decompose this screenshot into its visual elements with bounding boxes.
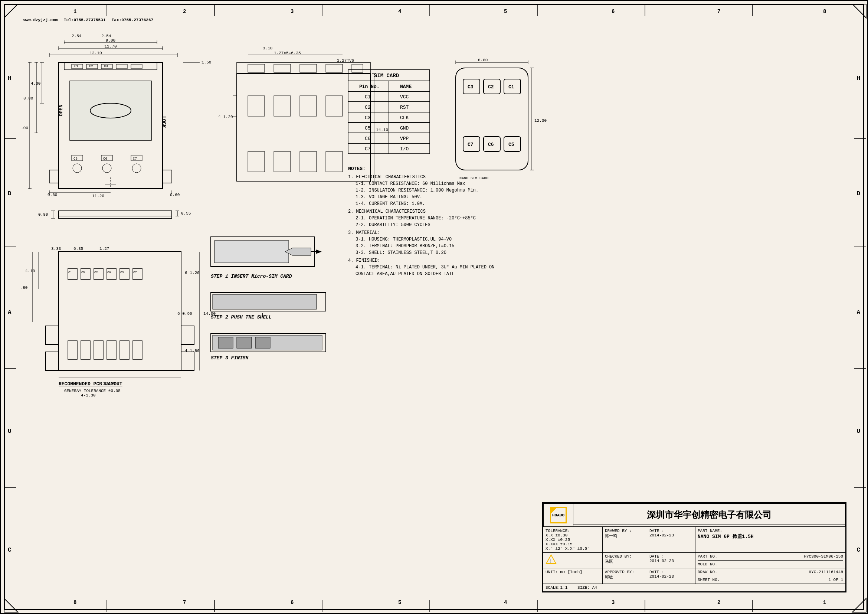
grid-col-b2: 7 — [183, 600, 186, 605]
date3-label: DATE : — [649, 570, 693, 574]
svg-text:6-0.90: 6-0.90 — [177, 312, 192, 316]
unit-label: UNIT: mm [Inch] — [546, 570, 600, 574]
svg-text:2.54: 2.54 — [71, 34, 82, 38]
svg-rect-87 — [59, 211, 172, 218]
svg-text:CONTACT AREA,AU PLATED ON SOLD: CONTACT AREA,AU PLATED ON SOLDER TAIL — [355, 271, 454, 276]
drawed-by-cell: DRAWED BY : 陈一鸣 — [603, 527, 647, 553]
svg-text:1.27: 1.27 — [99, 247, 109, 251]
title-block: HOAUO 深圳市华宇创精密电子有限公司 TOLERANCE: X.X ±0.3… — [542, 502, 846, 592]
svg-rect-116 — [94, 341, 103, 359]
grid-col-b4: 5 — [398, 600, 401, 605]
svg-text:0.55: 0.55 — [181, 211, 191, 216]
svg-rect-141 — [212, 295, 316, 309]
svg-text:C3: C3 — [468, 84, 474, 90]
svg-rect-69 — [274, 96, 291, 116]
svg-text:NOTES:: NOTES: — [348, 166, 366, 172]
approved-by-value: 邱敏 — [605, 574, 645, 580]
grid-col-5: 5 — [504, 9, 507, 14]
svg-text:NAME: NAME — [400, 84, 412, 90]
svg-text:NANO SIM CARD: NANO SIM CARD — [459, 176, 488, 180]
svg-rect-64 — [274, 64, 291, 72]
svg-text:RST: RST — [400, 105, 409, 110]
svg-text:VPP: VPP — [400, 136, 409, 141]
svg-rect-88 — [59, 211, 172, 216]
part-name-label: PART NAME: — [698, 529, 843, 533]
svg-rect-169 — [389, 122, 430, 133]
svg-text:STEP 3  FINISH: STEP 3 FINISH — [211, 355, 249, 361]
svg-text:C6: C6 — [103, 157, 107, 161]
svg-text:8.80: 8.80 — [22, 285, 28, 290]
tolerance-xx: X.X ±0.30 — [546, 533, 600, 538]
svg-text:C5: C5 — [81, 271, 85, 274]
svg-text:3-2.  TERMINAL: PHOSPHOR BRONZ: 3-2. TERMINAL: PHOSPHOR BRONZE,T=0.15 — [355, 243, 454, 249]
grid-row-U-left: U — [8, 428, 11, 435]
svg-text:C1: C1 — [508, 84, 515, 90]
svg-text:C7: C7 — [468, 142, 474, 147]
svg-text:2-2.  DURABILITY: 5000 CYCLES: 2-2. DURABILITY: 5000 CYCLES — [355, 222, 431, 228]
svg-text:4.10: 4.10 — [25, 269, 35, 273]
svg-text:SIM CARD: SIM CARD — [374, 73, 399, 79]
svg-text:OPEN: OPEN — [58, 105, 64, 116]
svg-text:1-2.  INSULATION RESISTANCE: 1: 1-2. INSULATION RESISTANCE: 1,000 Megohm… — [355, 188, 478, 193]
date1-label: DATE : — [649, 529, 693, 533]
part-no-cell: PART NO. HYC300-SIM06-150 MOLD NO. — [696, 553, 846, 568]
approved-by-cell: APPROVED BY: 邱敏 — [603, 568, 647, 584]
svg-text:C2: C2 — [488, 84, 494, 90]
svg-text:1.27x5=6.35: 1.27x5=6.35 — [274, 51, 301, 55]
svg-text:VCC: VCC — [400, 94, 409, 100]
part-name-cell: PART NAME: NANO SIM 6P 掀盖1.5H — [696, 527, 846, 553]
svg-rect-98 — [46, 326, 59, 344]
date3-cell: DATE : 2014-02-23 — [647, 568, 696, 584]
svg-marker-218 — [546, 555, 556, 563]
svg-text:GND: GND — [400, 126, 409, 131]
svg-rect-72 — [248, 152, 265, 172]
mold-no-label: MOLD NO. — [698, 562, 717, 566]
date3-value: 2014-02-23 — [649, 574, 693, 579]
svg-rect-101 — [181, 352, 194, 371]
svg-rect-115 — [81, 341, 90, 359]
svg-rect-63 — [248, 64, 265, 72]
svg-rect-74 — [300, 152, 316, 172]
grid-row-H-right: H — [857, 75, 860, 82]
svg-rect-180 — [456, 68, 528, 170]
svg-rect-70 — [300, 96, 316, 116]
svg-text:C5: C5 — [365, 126, 371, 131]
svg-text:C3: C3 — [365, 115, 371, 121]
grid-col-b7: 2 — [717, 600, 720, 605]
svg-rect-25 — [50, 170, 59, 183]
approved-by-label: APPROVED BY: — [605, 570, 645, 574]
grid-row-D-left: D — [8, 191, 11, 197]
checked-by-value: 马跃 — [605, 559, 645, 564]
svg-text:14.00: 14.00 — [22, 126, 28, 130]
svg-text:STEP 1  INSERT Micro-SIM CARD: STEP 1 INSERT Micro-SIM CARD — [211, 274, 292, 279]
grid-row-H-left: H — [8, 75, 11, 82]
scale-label: SCALE:1:1 — [546, 585, 567, 590]
svg-text:C5: C5 — [73, 157, 78, 161]
svg-rect-75 — [326, 152, 343, 172]
svg-rect-161 — [389, 102, 430, 112]
part-name-value: NANO SIM 6P 掀盖1.5H — [698, 533, 843, 540]
date1-value: 2014-02-23 — [649, 533, 693, 538]
svg-rect-99 — [181, 326, 194, 344]
svg-text:C7: C7 — [365, 146, 371, 152]
svg-text:LOCK: LOCK — [161, 116, 167, 128]
svg-text:C2: C2 — [89, 65, 93, 68]
svg-rect-61 — [237, 73, 370, 181]
svg-text:0.60: 0.60 — [48, 193, 57, 197]
svg-text:0.60: 0.60 — [170, 193, 180, 197]
svg-rect-66 — [326, 64, 343, 72]
svg-text:2-1.  OPERATION TEMPERATURE RA: 2-1. OPERATION TEMPERATURE RANGE: -20°C~… — [355, 216, 476, 221]
svg-text:C6: C6 — [365, 136, 371, 141]
svg-text:12.10: 12.10 — [90, 51, 102, 55]
svg-text:C5: C5 — [508, 142, 515, 147]
grid-row-A-right: A — [857, 309, 860, 316]
grid-row-C-left: C — [8, 547, 11, 554]
svg-rect-104 — [94, 268, 103, 279]
svg-text:3.  MATERIAL:: 3. MATERIAL: — [348, 230, 380, 236]
esd-icon: ! — [546, 554, 556, 565]
svg-text:C1: C1 — [68, 271, 72, 274]
svg-text:11.70: 11.70 — [104, 44, 116, 49]
svg-text:C2: C2 — [365, 105, 371, 110]
grid-col-b1: 8 — [73, 600, 76, 605]
svg-rect-118 — [120, 341, 129, 359]
